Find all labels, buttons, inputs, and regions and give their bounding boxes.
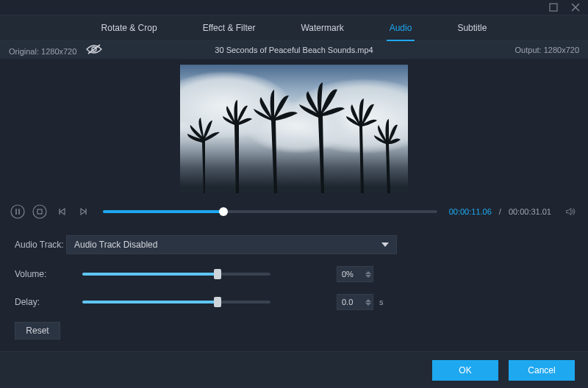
seek-bar[interactable]: [103, 210, 437, 213]
volume-label: Volume:: [15, 269, 66, 279]
pause-icon[interactable]: [10, 204, 25, 219]
svg-point-5: [11, 205, 24, 218]
tab-audio[interactable]: Audio: [387, 15, 415, 40]
tab-subtitle[interactable]: Subtitle: [454, 15, 490, 40]
delay-step-up[interactable]: [365, 299, 371, 302]
volume-step-down[interactable]: [365, 275, 371, 278]
tab-effect-filter[interactable]: Effect & Filter: [200, 15, 259, 40]
volume-numbox[interactable]: 0%: [337, 266, 373, 282]
tab-rotate-crop[interactable]: Rotate & Crop: [98, 15, 160, 40]
close-icon[interactable]: [570, 2, 581, 12]
seek-handle[interactable]: [219, 207, 228, 216]
volume-step-up[interactable]: [365, 271, 371, 274]
delay-slider[interactable]: [82, 301, 270, 303]
next-frame-icon[interactable]: [76, 204, 91, 219]
preview-visibility-icon[interactable]: [86, 44, 102, 54]
svg-rect-0: [550, 4, 557, 11]
volume-slider-handle[interactable]: [214, 269, 221, 279]
current-filename: 30 Seconds of Peaceful Beach Sounds.mp4: [215, 46, 373, 54]
stop-icon[interactable]: [32, 204, 47, 219]
maximize-icon[interactable]: [548, 2, 559, 12]
prev-frame-icon[interactable]: [54, 204, 69, 219]
delay-label: Delay:: [15, 297, 66, 307]
delay-numbox[interactable]: 0.0: [337, 294, 373, 310]
video-preview: [180, 65, 408, 193]
audio-track-label: Audio Track:: [15, 240, 66, 250]
time-total: 00:00:31.01: [509, 207, 551, 216]
svg-point-8: [33, 205, 46, 218]
ok-button[interactable]: OK: [432, 360, 498, 381]
cancel-button[interactable]: Cancel: [509, 360, 575, 381]
audio-track-value: Audio Track Disabled: [74, 240, 157, 250]
output-resolution: Output: 1280x720: [515, 46, 579, 54]
delay-slider-handle[interactable]: [214, 297, 221, 307]
reset-button[interactable]: Reset: [15, 322, 60, 340]
original-resolution: Original: 1280x720: [9, 44, 102, 56]
delay-step-down[interactable]: [365, 303, 371, 306]
delay-suffix: s: [379, 298, 384, 306]
tab-watermark[interactable]: Watermark: [298, 15, 346, 40]
chevron-down-icon: [381, 242, 389, 247]
volume-icon[interactable]: [563, 204, 578, 219]
svg-rect-9: [37, 209, 42, 214]
audio-track-select[interactable]: Audio Track Disabled: [66, 235, 397, 254]
volume-slider[interactable]: [82, 273, 270, 276]
top-tabs: Rotate & Crop Effect & Filter Watermark …: [0, 15, 588, 41]
time-current: 00:00:11.06: [449, 207, 492, 216]
